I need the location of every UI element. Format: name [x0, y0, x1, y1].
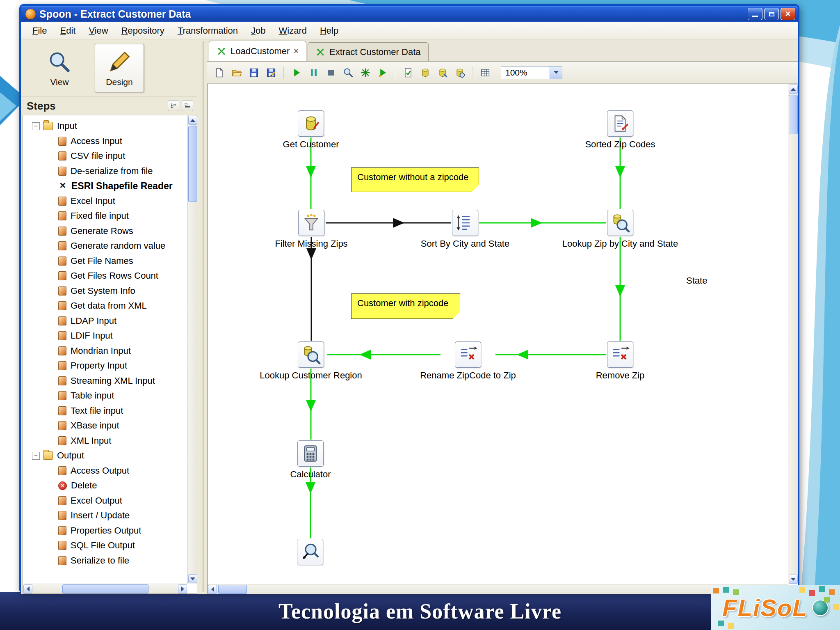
step-icon: [58, 511, 66, 520]
tree-item-label[interactable]: Excel Output: [71, 495, 122, 506]
preview-icon[interactable]: [341, 65, 356, 80]
tree-item-label[interactable]: Get data from XML: [71, 300, 147, 311]
view-as-tree-icon[interactable]: [168, 101, 179, 111]
scroll-down-icon[interactable]: [789, 575, 798, 584]
menu-wizard[interactable]: Wizard: [273, 24, 313, 38]
chevron-down-icon[interactable]: [550, 66, 562, 79]
tree-item-label[interactable]: LDAP Input: [71, 316, 116, 326]
scroll-down-icon[interactable]: [188, 574, 197, 583]
title-bar[interactable]: Spoon - Extract Customer Data ×: [21, 6, 798, 22]
stop-icon[interactable]: [324, 65, 338, 80]
transformation-canvas[interactable]: Customer without a zipcode Customer with…: [208, 84, 788, 584]
scroll-left-icon[interactable]: [208, 585, 217, 594]
menu-view[interactable]: View: [83, 24, 114, 38]
tree-item-label[interactable]: Access Input: [71, 136, 122, 147]
tree-item-label[interactable]: Generate Rows: [71, 226, 133, 236]
tree-item-label[interactable]: XML Input: [71, 435, 111, 446]
canvas-vertical-scrollbar[interactable]: [788, 84, 798, 584]
menu-file[interactable]: File: [27, 24, 52, 38]
scroll-thumb[interactable]: [188, 126, 197, 202]
run-icon[interactable]: [289, 65, 304, 80]
grid-icon[interactable]: [478, 65, 493, 80]
view-mode-button[interactable]: View: [35, 44, 84, 92]
tree-item-label[interactable]: Properties Output: [71, 525, 141, 536]
tree-item-label[interactable]: Streaming XML Input: [71, 376, 155, 386]
canvas-horizontal-scrollbar[interactable]: [208, 584, 788, 594]
menu-edit[interactable]: Edit: [54, 24, 81, 38]
tree-horizontal-scrollbar[interactable]: [23, 584, 187, 593]
minimize-button[interactable]: [748, 8, 762, 20]
tree-item-label[interactable]: Insert / Update: [71, 510, 130, 521]
debug-icon[interactable]: [358, 65, 373, 80]
scroll-thumb[interactable]: [218, 585, 247, 594]
scroll-up-icon[interactable]: [789, 85, 798, 94]
calculator-icon: [300, 443, 321, 464]
tree-item-label[interactable]: Excel Input: [71, 196, 115, 206]
tree-item-label[interactable]: Text file input: [71, 405, 123, 416]
step-sorted-zip-codes[interactable]: Sorted Zip Codes: [563, 110, 678, 150]
tree-item-label[interactable]: Fixed file input: [71, 211, 129, 221]
verify-icon[interactable]: [401, 65, 415, 80]
tree-item-label[interactable]: Generate random value: [71, 241, 165, 251]
new-transformation-icon[interactable]: [212, 65, 227, 80]
tree-item-label[interactable]: Get File Names: [71, 256, 133, 266]
tree-item-label[interactable]: CSV file input: [71, 151, 125, 161]
tree-item-label[interactable]: Access Output: [71, 465, 129, 476]
restore-icon: [769, 12, 774, 16]
tab-close-icon[interactable]: ×: [294, 46, 299, 56]
step-get-customer[interactable]: Get Customer: [253, 110, 368, 150]
explore-db-icon[interactable]: [452, 65, 467, 80]
scroll-left-icon[interactable]: [23, 584, 32, 593]
tree-item-label[interactable]: Get Files Rows Count: [71, 270, 158, 281]
tab-loadcustomer[interactable]: LoadCustomer ×: [209, 41, 306, 61]
zoom-combobox[interactable]: 100%: [501, 66, 562, 79]
tree-item-label[interactable]: Input: [57, 121, 77, 131]
sql-icon[interactable]: [435, 65, 450, 80]
collapse-toggle[interactable]: −: [32, 122, 40, 130]
step-calculator[interactable]: Calculator: [253, 440, 368, 480]
tree-item-label[interactable]: Get System Info: [71, 286, 135, 296]
scroll-up-icon[interactable]: [188, 116, 197, 125]
tree-item-label[interactable]: Mondrian Input: [71, 346, 131, 356]
step-database-lookup[interactable]: [253, 539, 368, 568]
tree-item-label[interactable]: Serialize to file: [71, 555, 129, 566]
close-button[interactable]: ×: [781, 8, 795, 20]
impact-icon[interactable]: [418, 65, 433, 80]
menu-transformation[interactable]: Transformation: [172, 24, 244, 38]
tree-item-label[interactable]: Property Input: [71, 360, 127, 371]
tree-vertical-scrollbar[interactable]: [187, 115, 197, 584]
open-file-icon[interactable]: [229, 65, 244, 80]
collapse-toggle[interactable]: −: [32, 452, 40, 460]
save-icon[interactable]: [247, 65, 261, 80]
tree-item-label[interactable]: Table input: [71, 390, 114, 401]
pane-splitter[interactable]: [197, 39, 207, 594]
step-lookup-zip-by-city-state[interactable]: Lookup Zip by City and State: [563, 210, 678, 249]
step-rename-zipcode-to-zip[interactable]: Rename ZipCode to Zip: [411, 341, 525, 381]
tree-item-label[interactable]: De-serialize from file: [71, 166, 153, 176]
tree-item-label[interactable]: Delete: [71, 480, 97, 491]
tree-item-label[interactable]: SQL File Output: [71, 540, 135, 551]
design-mode-button[interactable]: Design: [95, 44, 144, 92]
tree-item-label[interactable]: ESRI Shapefile Reader: [71, 181, 173, 192]
note-customer-with-zipcode[interactable]: Customer with zipcode: [351, 293, 460, 319]
tree-item-label[interactable]: LDIF Input: [71, 330, 113, 341]
note-customer-without-zipcode[interactable]: Customer without a zipcode: [351, 167, 479, 192]
view-as-list-icon[interactable]: [182, 101, 193, 111]
step-filter-missing-zips[interactable]: Filter Missing Zips: [254, 210, 369, 249]
tree-item-label[interactable]: XBase input: [71, 420, 119, 431]
step-sort-by-city-state[interactable]: Sort By City and State: [408, 210, 523, 249]
menu-repository[interactable]: Repository: [116, 24, 170, 38]
restore-button[interactable]: [764, 8, 779, 20]
menu-help[interactable]: Help: [314, 24, 344, 38]
pause-icon[interactable]: [306, 65, 321, 80]
step-lookup-customer-region[interactable]: Lookup Customer Region: [253, 341, 368, 381]
tab-extract-customer-data[interactable]: Extract Customer Data: [308, 42, 429, 61]
scroll-thumb[interactable]: [789, 95, 798, 134]
menu-job[interactable]: Job: [245, 24, 271, 38]
replay-icon[interactable]: [375, 65, 390, 80]
save-as-icon[interactable]: [264, 65, 278, 80]
step-remove-zip[interactable]: Remove Zip: [563, 341, 678, 381]
scroll-thumb[interactable]: [62, 584, 148, 593]
tree-item-label[interactable]: Output: [57, 450, 84, 461]
scroll-right-icon[interactable]: [178, 584, 187, 593]
